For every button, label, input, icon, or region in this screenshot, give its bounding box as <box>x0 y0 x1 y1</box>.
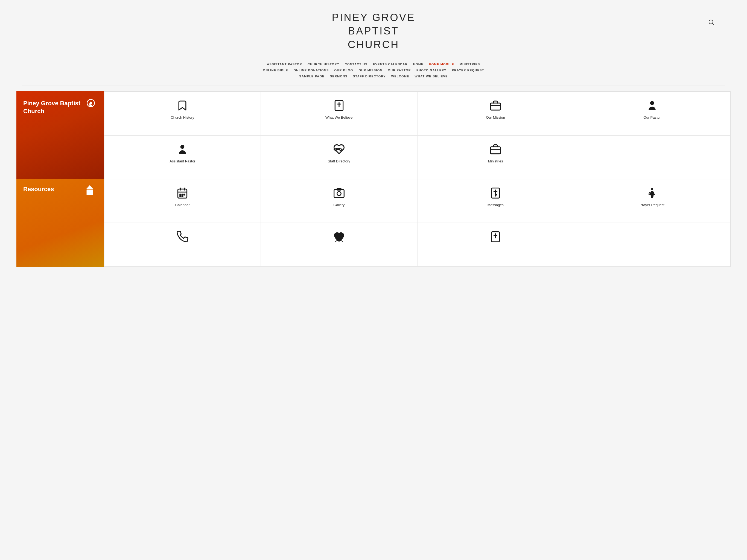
grid-label-our-pastor: Our Pastor <box>643 116 661 120</box>
grid-label-church-history: Church History <box>171 116 194 120</box>
messages-icon <box>489 187 501 199</box>
svg-point-17 <box>650 101 654 105</box>
grid-label-assistant-pastor: Assistant Pastor <box>170 159 195 164</box>
briefcase2-icon <box>489 143 501 155</box>
grid-cell-gallery[interactable]: Gallery <box>261 179 417 223</box>
grid-label-calendar: Calendar <box>175 203 190 207</box>
grid-cell-calendar[interactable]: Calendar <box>104 179 261 223</box>
grid-cell-empty-1 <box>574 135 730 179</box>
grid-cell-bible2[interactable] <box>417 223 574 266</box>
svg-rect-30 <box>334 189 344 198</box>
grid-cell-prayer-request[interactable]: Prayer Request <box>574 179 730 223</box>
grid-cell-empty-2 <box>574 223 730 266</box>
briefcase-icon <box>489 100 501 111</box>
nav-item-home-mobile[interactable]: HOME MOBILE <box>429 62 454 67</box>
nav-item-prayer-request[interactable]: PRAYER REQUEST <box>452 68 484 73</box>
nav-item-our-blog[interactable]: OUR BLOG <box>334 68 353 73</box>
nav-item-contact-us[interactable]: CONTACT US <box>345 62 367 67</box>
grid-cell-ministries[interactable]: Ministries <box>417 135 574 179</box>
nav-item-home[interactable]: HOME <box>413 62 423 67</box>
svg-rect-9 <box>89 186 90 189</box>
svg-rect-26 <box>182 194 183 195</box>
nav-item-what-we-believe[interactable]: WHAT WE BELIEVE <box>415 74 448 78</box>
main-content: Piney Grove Baptist Church Resources <box>17 91 730 267</box>
nav-item-assistant-pastor[interactable]: ASSISTANT PASTOR <box>267 62 302 67</box>
svg-rect-28 <box>180 196 181 197</box>
nav-item-photo-gallery[interactable]: PHOTO GALLERY <box>416 68 446 73</box>
person-icon <box>646 100 658 111</box>
nav-item-staff-directory[interactable]: STAFF DIRECTORY <box>353 74 386 78</box>
grid-label-what-we-believe: What We Believe <box>325 116 353 120</box>
grid-cell-our-pastor[interactable]: Our Pastor <box>574 92 730 135</box>
nav-item-welcome[interactable]: WELCOME <box>391 74 409 78</box>
nav-row-1: ASSISTANT PASTOR CHURCH HISTORY CONTACT … <box>5 62 742 67</box>
nav-item-online-bible[interactable]: ONLINE BIBLE <box>263 68 288 73</box>
bookmark-icon <box>176 100 188 111</box>
site-title: PINEY GROVE BAPTIST CHURCH <box>5 11 742 51</box>
svg-rect-29 <box>182 196 183 197</box>
nav-item-ministries[interactable]: MINISTRIES <box>460 62 480 67</box>
nav-item-online-donations[interactable]: ONLINE DONATIONS <box>294 68 329 73</box>
left-panel: Piney Grove Baptist Church Resources <box>17 91 104 267</box>
grid-label-gallery: Gallery <box>333 203 344 207</box>
grid-cell-messages[interactable]: Messages <box>417 179 574 223</box>
nav-item-church-history[interactable]: CHURCH HISTORY <box>308 62 339 67</box>
svg-rect-10 <box>88 192 91 195</box>
bible2-icon <box>489 231 501 243</box>
resources-panel[interactable]: Resources <box>17 179 104 267</box>
nav-item-events-calendar[interactable]: EVENTS CALENDAR <box>373 62 408 67</box>
phone-icon <box>176 231 188 243</box>
nav-item-our-mission[interactable]: OUR MISSION <box>358 68 382 73</box>
church-panel[interactable]: Piney Grove Baptist Church <box>17 91 104 179</box>
nav-row-2: ONLINE BIBLE ONLINE DONATIONS OUR BLOG O… <box>5 68 742 73</box>
svg-rect-25 <box>180 194 181 195</box>
svg-rect-14 <box>491 103 500 110</box>
nav-row-3: SAMPLE PAGE SERMONS STAFF DIRECTORY WELC… <box>5 74 742 78</box>
handshake-icon <box>333 143 345 155</box>
main-grid: Church History What We Believe Our Missi… <box>104 91 730 267</box>
grid-cell-assistant-pastor[interactable]: Assistant Pastor <box>104 135 261 179</box>
nav-item-sample-page[interactable]: SAMPLE PAGE <box>299 74 324 78</box>
grid-label-prayer-request: Prayer Request <box>640 203 664 207</box>
svg-line-1 <box>712 23 713 24</box>
bible-cross-icon <box>333 100 345 111</box>
svg-rect-19 <box>491 147 500 154</box>
grid-cell-phone[interactable] <box>104 223 261 266</box>
grid-label-ministries: Ministries <box>488 159 503 164</box>
lightbulb-icon <box>86 98 96 110</box>
church-building-icon <box>84 184 96 199</box>
main-nav: ASSISTANT PASTOR CHURCH HISTORY CONTACT … <box>0 57 747 83</box>
svg-rect-27 <box>184 194 185 195</box>
nav-item-sermons[interactable]: SERMONS <box>330 74 347 78</box>
nav-bottom-divider <box>22 85 725 86</box>
grid-label-our-mission: Our Mission <box>486 116 505 120</box>
calendar-icon <box>176 187 188 199</box>
svg-point-18 <box>180 145 185 149</box>
svg-point-37 <box>651 188 653 190</box>
search-icon[interactable] <box>708 19 714 27</box>
nav-item-our-pastor[interactable]: OUR PASTOR <box>388 68 411 73</box>
grid-cell-church-history[interactable]: Church History <box>104 92 261 135</box>
svg-point-31 <box>337 192 341 196</box>
grid-cell-heart-hand[interactable] <box>261 223 417 266</box>
grid-cell-what-we-believe[interactable]: What We Believe <box>261 92 417 135</box>
camera-icon <box>333 187 345 199</box>
grid-label-staff-directory: Staff Directory <box>328 159 350 164</box>
pray-icon <box>646 187 658 199</box>
grid-cell-staff-directory[interactable]: Staff Directory <box>261 135 417 179</box>
grid-label-messages: Messages <box>488 203 504 207</box>
person2-icon <box>176 143 188 155</box>
header: PINEY GROVE BAPTIST CHURCH <box>0 0 747 57</box>
heart-hand-icon <box>333 231 345 243</box>
grid-cell-our-mission[interactable]: Our Mission <box>417 92 574 135</box>
